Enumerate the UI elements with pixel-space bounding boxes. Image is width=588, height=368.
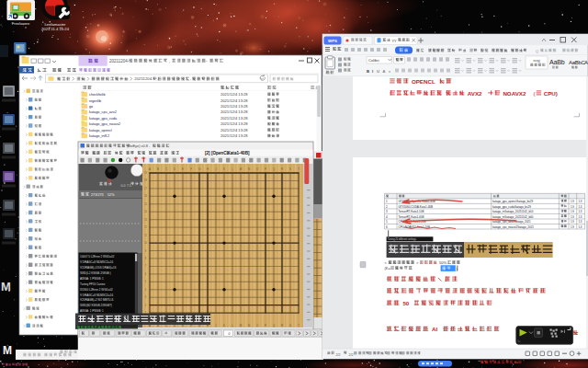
svg-text:[2] [OpenCL: [2] [OpenCL: [205, 151, 229, 155]
svg-text:1.9: 1.9: [571, 225, 574, 229]
svg-text:2021.11.4 15:24: 2021.11.4 15:24: [41, 27, 70, 31]
svg-text:GTX1060-CUDA-Kata1-40B: GTX1060-CUDA-Kata1-40B: [399, 205, 434, 209]
svg-text:AaBbC: AaBbC: [569, 60, 585, 65]
svg-text:A: A: [149, 167, 151, 171]
svg-text:,: ,: [190, 76, 191, 81]
svg-text:,: ,: [169, 59, 170, 63]
svg-text:x: x: [389, 69, 390, 74]
svg-text:AWGA: 1 PWGB: 1: AWGA: 1 PWGB: 1: [80, 309, 104, 313]
svg-text:WPS: WPS: [328, 39, 337, 43]
svg-text:eigenlib: eigenlib: [89, 99, 101, 103]
svg-text:TensorRT-Kata1-40B: TensorRT-Kata1-40B: [399, 215, 424, 219]
svg-text:katago_gpu_cuda: katago_gpu_cuda: [89, 117, 118, 121]
svg-text:C: C: [165, 167, 167, 171]
svg-text:CPU): CPU): [544, 90, 558, 97]
svg-text:B: B: [367, 69, 369, 74]
svg-text:1.3: 1.3: [579, 225, 582, 229]
svg-text:R: R: [281, 167, 283, 171]
svg-text:H: H: [207, 167, 209, 171]
svg-text:(GoEye) v0.8 -: (GoEye) v0.8 -: [127, 144, 151, 148]
svg-text:YY: YY: [392, 39, 398, 43]
svg-text:NOAVX2: NOAVX2: [503, 90, 526, 97]
svg-text:K: K: [223, 167, 225, 171]
svg-text:katago_trt/katago_20211102_b40: katago_trt/katago_20211102_b40: [492, 215, 534, 219]
svg-text:katago_trt/katago_20211102_b10: katago_trt/katago_20211102_b10: [492, 210, 534, 213]
svg-text:0: 0: [229, 332, 231, 336]
svg-text:2021/12/4 13:28: 2021/12/4 13:28: [220, 109, 248, 114]
svg-text:V DRAGC=8 NDMSCD=16: V DRAGC=8 NDMSCD=16: [80, 293, 114, 297]
svg-text:52%: 52%: [107, 193, 115, 197]
svg-text:T: T: [298, 324, 300, 328]
svg-text:katago_trt8.2: katago_trt8.2: [89, 134, 109, 138]
svg-text:50%: 50%: [439, 260, 447, 265]
svg-text:2/2: 2/2: [349, 353, 354, 357]
svg-text:wzgj: wzgj: [533, 59, 540, 63]
svg-text:OPENCL: OPENCL: [412, 78, 435, 85]
svg-text:0.0: 0.0: [121, 184, 126, 188]
svg-text:1.3: 1.3: [579, 200, 582, 203]
svg-text:2021/12/4 13:28: 2021/12/4 13:28: [220, 133, 248, 138]
svg-text:A: A: [383, 69, 386, 74]
svg-text:Leelamaster: Leelamaster: [44, 22, 66, 27]
svg-text:I: I: [372, 69, 373, 74]
svg-text:2021/12/4 13:28: 2021/12/4 13:28: [220, 98, 248, 103]
svg-text:2021/12/4 13:28: 2021/12/4 13:28: [220, 128, 248, 132]
svg-text:katago_gpu_opencl/katago_bs29: katago_gpu_opencl/katago_bs29: [492, 200, 534, 203]
svg-text:SWD(L2 KWGB 2/WGB:): SWD(L2 KWGB 2/WGB:): [80, 271, 111, 275]
svg-text:1.9: 1.9: [571, 220, 574, 224]
svg-text:T: T: [298, 167, 300, 171]
svg-text:G: G: [198, 167, 200, 171]
svg-text:20211204-: 20211204-: [134, 76, 153, 81]
svg-text:50: 50: [402, 300, 409, 306]
svg-text:2021/12/4 13:28: 2021/12/4 13:28: [220, 121, 248, 126]
svg-text:1.9: 1.9: [571, 200, 574, 203]
svg-text:Kata1-40B]: Kata1-40B]: [228, 151, 250, 155]
svg-text:1.9: 1.9: [571, 205, 574, 209]
svg-text:R: R: [281, 324, 283, 328]
svg-text:M: M: [3, 344, 12, 357]
svg-text:1.3: 1.3: [579, 220, 582, 224]
svg-text:katago_gpu_cuda/katago_bs29: katago_gpu_cuda/katago_bs29: [492, 205, 531, 209]
svg-text:D: D: [174, 167, 175, 171]
svg-text:M: M: [1, 280, 11, 293]
svg-text:Calibri: Calibri: [368, 58, 379, 63]
svg-text:S: S: [289, 324, 291, 328]
svg-text:P: P: [265, 324, 266, 328]
svg-text:1.3: 1.3: [579, 215, 582, 219]
svg-text:S: S: [289, 167, 291, 171]
svg-text:1.9: 1.9: [571, 215, 574, 219]
svg-text:7.5: 7.5: [127, 184, 131, 188]
svg-text:(K=: (K=: [385, 267, 391, 270]
svg-text:go: go: [89, 105, 93, 109]
svg-text:N: N: [248, 324, 250, 328]
svg-text:273/273: 273/273: [91, 193, 104, 197]
svg-text:V1DRAGB(+5/5/6 DRAG)=16: V1DRAGB(+5/5/6 DRAG)=16: [80, 266, 117, 270]
svg-text:10007.5 L2Error 2 WGD=02: 10007.5 L2Error 2 WGD=02: [80, 255, 115, 259]
svg-text:2/2: 2/2: [336, 353, 341, 357]
svg-text:B: B: [157, 167, 159, 171]
svg-text:20211204-: 20211204-: [109, 59, 130, 63]
svg-text:Tuning FP16 Canine: Tuning FP16 Canine: [80, 282, 106, 286]
svg-text:K: K: [223, 324, 225, 328]
svg-text:AVX2: AVX2: [468, 90, 482, 97]
svg-text:N: N: [248, 167, 250, 171]
svg-text:1.9: 1.9: [571, 210, 574, 213]
svg-text:V DRAGC=8 NDMSCD=16: V DRAGC=8 NDMSCD=16: [80, 260, 114, 264]
svg-text:katago_cpu_avx2: katago_cpu_avx2: [89, 110, 117, 114]
svg-text:1.3: 1.3: [579, 210, 582, 213]
svg-text:Q: Q: [536, 49, 538, 53]
svg-text:AI: AI: [432, 326, 437, 332]
svg-text:Freelawee: Freelawee: [12, 21, 30, 26]
svg-text:SWD(B2 KWGB 2/WGB?): SWD(B2 KWGB 2/WGB?): [80, 304, 112, 307]
svg-text:katago_gpu_noavx2: katago_gpu_noavx2: [89, 122, 120, 126]
svg-text:2021/12/4 13:28: 2021/12/4 13:28: [220, 116, 248, 121]
svg-text:U: U: [377, 69, 379, 74]
svg-text:checkfixlib: checkfixlib: [89, 93, 106, 97]
svg-text:I31900 L2Error 2 WGD=02: I31900 L2Error 2 WGD=02: [80, 288, 113, 292]
svg-text:P: P: [265, 167, 266, 171]
svg-text:2021/12/4 13:28: 2021/12/4 13:28: [220, 92, 248, 97]
svg-text:AaBb: AaBb: [549, 59, 565, 65]
svg-text:V2DRAGB(+2 NO MBTU-8.: V2DRAGB(+2 NO MBTU-8.: [80, 298, 114, 302]
svg-text:TensorRT-Kata1-10B: TensorRT-Kata1-10B: [399, 210, 424, 213]
svg-text:F: F: [190, 167, 192, 171]
